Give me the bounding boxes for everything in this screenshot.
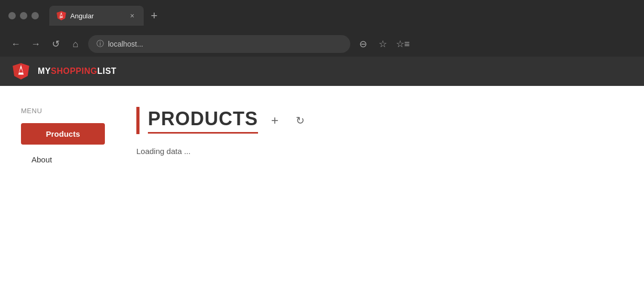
address-text: localhost... xyxy=(108,40,143,48)
back-btn[interactable]: ← xyxy=(8,37,23,51)
refresh-btn[interactable]: ↻ xyxy=(292,112,308,129)
tab-close-btn[interactable]: × xyxy=(128,12,136,20)
address-info-icon: ⓘ xyxy=(96,39,104,49)
window-maximize-btn[interactable] xyxy=(31,12,39,19)
loading-text: Loading data ... xyxy=(136,147,623,156)
app-logo-icon xyxy=(13,63,29,80)
browser-titlebar: Angular × + xyxy=(0,0,644,31)
app-title: MYSHOPPINGLIST xyxy=(38,67,116,76)
bookmark-list-btn[interactable]: ☆≡ xyxy=(395,37,410,51)
browser-toolbar: ← → ↺ ⌂ ⓘ localhost... ⊖ ☆ ☆≡ xyxy=(0,31,644,57)
new-tab-btn[interactable]: + xyxy=(146,7,163,24)
content-area: MENU Products About PRODUCTS + ↻ Loading… xyxy=(0,86,644,285)
menu-label: MENU xyxy=(21,107,115,115)
main-panel: PRODUCTS + ↻ Loading data ... xyxy=(115,107,644,285)
window-controls xyxy=(8,12,39,19)
browser-chrome: Angular × + ← → ↺ ⌂ ⓘ localhost... ⊖ ☆ ☆… xyxy=(0,0,644,57)
page-title: PRODUCTS xyxy=(148,108,258,134)
zoom-btn[interactable]: ⊖ xyxy=(356,37,370,51)
bookmark-btn[interactable]: ☆ xyxy=(375,37,390,51)
app-header: MYSHOPPINGLIST xyxy=(0,57,644,86)
sidebar: MENU Products About xyxy=(0,107,115,285)
angular-tab-icon xyxy=(57,11,66,20)
page-heading: PRODUCTS + ↻ xyxy=(136,107,623,134)
add-product-btn[interactable]: + xyxy=(266,112,283,129)
tab-bar: Angular × + xyxy=(49,6,636,26)
address-bar[interactable]: ⓘ localhost... xyxy=(88,35,350,53)
reload-btn[interactable]: ↺ xyxy=(48,37,63,51)
window-close-btn[interactable] xyxy=(8,12,16,19)
tab-title: Angular xyxy=(70,12,124,20)
tab-angular[interactable]: Angular × xyxy=(49,6,144,26)
heading-accent xyxy=(136,107,139,134)
forward-btn[interactable]: → xyxy=(28,37,43,51)
window-minimize-btn[interactable] xyxy=(20,12,27,19)
home-btn[interactable]: ⌂ xyxy=(68,37,83,51)
sidebar-item-products[interactable]: Products xyxy=(21,123,105,145)
sidebar-item-about[interactable]: About xyxy=(21,151,62,168)
